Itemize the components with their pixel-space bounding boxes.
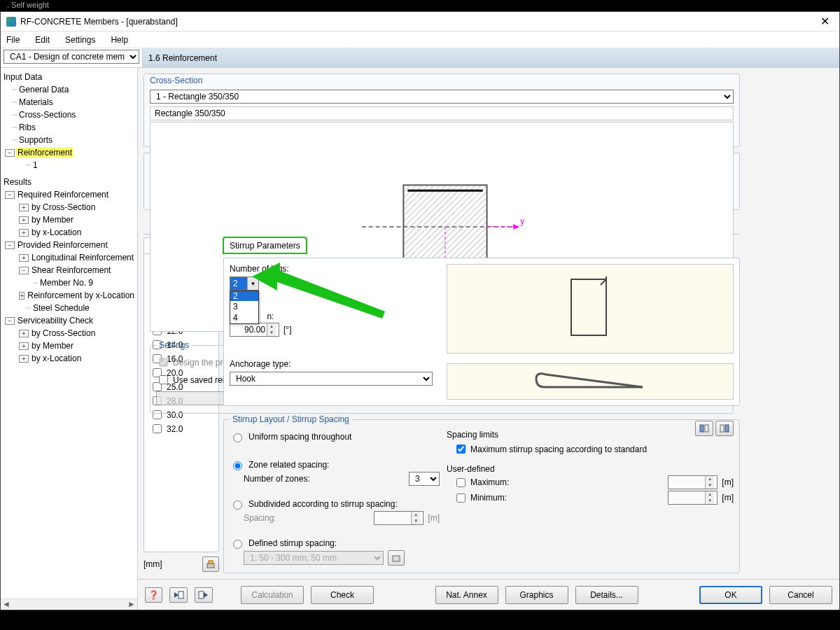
tree-req-by-xloc[interactable]: by x-Location	[30, 227, 83, 237]
tree-member-9[interactable]: Member No. 9	[38, 278, 94, 288]
tree-reinf-xloc[interactable]: Reinforcement by x-Location	[26, 290, 136, 300]
svg-rect-23	[209, 561, 213, 564]
collapse-icon[interactable]: −	[5, 149, 15, 157]
legs-option-2[interactable]: 2	[230, 291, 258, 301]
prev-button[interactable]	[169, 587, 188, 603]
tree-provided-reinf[interactable]: Provided Reinforcement	[16, 240, 109, 250]
expand-icon[interactable]: +	[19, 254, 29, 262]
number-of-legs-label: Number of legs:	[230, 264, 440, 274]
expand-icon[interactable]: +	[19, 204, 29, 211]
tree-required-reinf[interactable]: Required Reinforcement	[16, 190, 110, 200]
tree-ribs[interactable]: Ribs	[18, 122, 37, 132]
cross-section-name: Rectangle 350/350	[150, 106, 734, 120]
expand-icon[interactable]: +	[19, 330, 29, 337]
tree-serviceability[interactable]: Serviceability Check	[16, 316, 94, 326]
navigator-sidebar[interactable]: Input Data ┈General Data ┈Materials ┈Cro…	[1, 68, 138, 610]
help-button[interactable]: ❓	[145, 587, 162, 603]
user-min-spinner: ▲▼	[668, 491, 718, 505]
menu-file[interactable]: File	[4, 34, 22, 46]
tree-reinforcement[interactable]: Reinforcement	[16, 148, 74, 158]
subtab-stirrup-parameters[interactable]: Stirrup Parameters	[223, 237, 307, 253]
number-of-legs-dropdown[interactable]: 2 3 4	[230, 290, 259, 324]
stirrup-diagram	[447, 264, 734, 354]
menu-settings[interactable]: Settings	[62, 34, 98, 46]
menu-help[interactable]: Help	[108, 34, 131, 46]
expand-icon[interactable]: +	[19, 355, 29, 363]
zone-spacing-radio[interactable]	[233, 461, 242, 470]
diameter-settings-button[interactable]	[202, 556, 219, 572]
user-max-checkbox[interactable]	[456, 478, 465, 487]
zones-select[interactable]: 3	[409, 472, 440, 486]
user-defined-label: User-defined	[447, 464, 734, 474]
expand-icon[interactable]: +	[19, 292, 24, 300]
group-settings: Settings	[156, 340, 192, 350]
sidebar-scrollbar[interactable]: ◄►	[1, 598, 137, 610]
number-of-legs-select[interactable]: 2▼ 2 3 4	[230, 276, 259, 290]
tree-req-by-cs[interactable]: by Cross-Section	[30, 202, 97, 212]
tree-cross-sections[interactable]: Cross-Sections	[18, 110, 77, 120]
tree-materials[interactable]: Materials	[18, 97, 55, 107]
collapse-icon[interactable]: −	[19, 267, 29, 274]
user-min-checkbox[interactable]	[456, 493, 465, 503]
chevron-down-icon: ▼	[247, 277, 258, 290]
titlebar: RF-CONCRETE Members - [querabstand] ✕	[1, 12, 839, 31]
tree-serv-by-member[interactable]: by Member	[30, 341, 75, 351]
defined-spacing-radio[interactable]	[233, 540, 242, 549]
expand-icon[interactable]: +	[19, 342, 29, 350]
tree-input-data[interactable]: Input Data	[2, 72, 43, 82]
unit-m: [m]	[722, 477, 734, 487]
main-window: RF-CONCRETE Members - [querabstand] ✕ Fi…	[0, 11, 840, 610]
collapse-icon[interactable]: −	[5, 241, 15, 249]
max-standard-label: Maximum stirrup spacing according to sta…	[470, 444, 647, 454]
cross-section-select[interactable]: 1 - Rectangle 350/350	[150, 90, 734, 104]
tree-prov-long[interactable]: Longitudinal Reinforcement	[30, 253, 135, 262]
menu-edit[interactable]: Edit	[32, 34, 52, 46]
svg-rect-24	[571, 279, 606, 335]
svg-marker-32	[204, 592, 208, 598]
user-min-label: Minimum:	[470, 493, 507, 503]
uniform-spacing-radio[interactable]	[233, 433, 242, 442]
calculation-button: Calculation	[241, 586, 304, 604]
expand-icon[interactable]: +	[19, 229, 29, 237]
collapse-icon[interactable]: −	[5, 191, 15, 199]
ok-button[interactable]: OK	[699, 586, 762, 604]
case-select[interactable]: CA1 - Design of concrete memb	[4, 50, 139, 64]
svg-rect-28	[393, 556, 400, 561]
svg-rect-31	[199, 592, 204, 598]
toolbar: CA1 - Design of concrete memb 1.6 Reinfo…	[1, 48, 839, 68]
user-max-spinner: ▲▼	[668, 475, 718, 489]
spacing-label: Spacing:	[244, 513, 276, 523]
subdivided-spacing-radio[interactable]	[233, 500, 242, 510]
nat-annex-button[interactable]: Nat. Annex	[435, 586, 498, 604]
next-button[interactable]	[195, 587, 213, 603]
spacing-spinner: ▲▼	[374, 511, 424, 525]
defined-spacing-edit-button[interactable]	[388, 550, 405, 566]
tree-reinforcement-1[interactable]: 1	[31, 160, 39, 170]
subdivided-spacing-label: Subdivided according to stirrup spacing:	[248, 499, 398, 509]
tree-results[interactable]: Results	[2, 177, 33, 187]
details-button[interactable]: Details...	[575, 586, 638, 604]
tree-steel-schedule[interactable]: Steel Schedule	[31, 303, 91, 313]
tree-supports[interactable]: Supports	[18, 135, 54, 145]
expand-icon[interactable]: +	[19, 216, 29, 224]
check-button[interactable]: Check	[311, 586, 374, 604]
tree-serv-by-cs[interactable]: by Cross-Section	[30, 328, 97, 338]
inclination-unit: [°]	[284, 325, 291, 335]
close-icon[interactable]: ✕	[816, 15, 834, 28]
defined-spacing-select: 1: 50 - 300 mm, 50 mm	[244, 551, 384, 565]
inclination-spinner[interactable]: ▲▼	[230, 323, 279, 337]
uniform-spacing-label: Uniform spacing throughout	[248, 432, 351, 442]
user-max-label: Maximum:	[470, 477, 509, 487]
use-saved-checkbox[interactable]	[159, 375, 168, 384]
tree-serv-by-xloc[interactable]: by x-Location	[30, 354, 83, 363]
tree-prov-shear[interactable]: Shear Reinforcement	[30, 265, 112, 275]
anchorage-type-select[interactable]: Hook	[230, 372, 433, 386]
tree-general-data[interactable]: General Data	[18, 85, 70, 94]
max-standard-checkbox[interactable]	[456, 444, 465, 454]
legs-option-3[interactable]: 3	[230, 301, 258, 312]
collapse-icon[interactable]: −	[5, 317, 15, 325]
graphics-button[interactable]: Graphics	[505, 586, 568, 604]
legs-option-4[interactable]: 4	[230, 312, 258, 323]
tree-req-by-member[interactable]: by Member	[30, 215, 75, 225]
cancel-button[interactable]: Cancel	[769, 586, 832, 604]
